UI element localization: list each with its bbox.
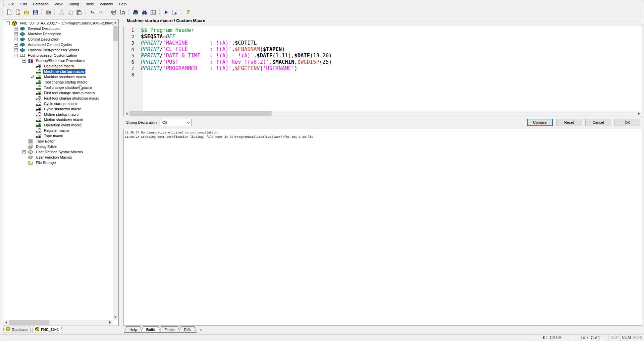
tree-item[interactable]: Tape macro (3, 133, 113, 138)
compile-button[interactable]: Compile (527, 119, 553, 126)
status-kit: Kit: CATIA (532, 335, 572, 341)
editor-horizontal-scrollbar[interactable] (124, 111, 642, 116)
print-icon[interactable] (109, 8, 118, 16)
editor-hscroll-thumb[interactable] (129, 111, 272, 116)
expand-toggle[interactable] (14, 43, 18, 47)
code-token: , (254, 53, 257, 59)
scroll-left-icon[interactable] (3, 320, 9, 325)
tree-item[interactable]: Automated Canned Cycles (3, 42, 113, 47)
tree-hscroll-thumb[interactable] (9, 320, 49, 325)
tree-item[interactable]: User Function Macros (3, 155, 113, 160)
redo-icon[interactable] (96, 8, 105, 16)
save-document-icon[interactable] (31, 8, 40, 16)
tree-item[interactable]: Post-processor Customization (3, 53, 113, 58)
scroll-right-icon[interactable] (636, 111, 642, 116)
scroll-up-icon[interactable] (113, 20, 118, 25)
tree-item[interactable]: Startup/Shutdown Procedures (3, 58, 113, 63)
tree-horizontal-scrollbar[interactable] (3, 320, 113, 325)
code-editor[interactable]: 1$$ Program Header2$SEQSTA=OFF3PPRINT/'M… (123, 26, 642, 116)
tree-item[interactable]: Motion shutdown macro (3, 117, 113, 122)
tab-finder[interactable]: Finder (159, 326, 180, 333)
tree-item[interactable]: Motion startup macro (3, 112, 113, 117)
tree-item[interactable]: Machine startup macro (3, 69, 113, 74)
code-line[interactable]: 5PPRINT/'DATE & TIME : !(A) - !(A)',$DAT… (124, 53, 642, 59)
tree-item[interactable]: Register macro (3, 128, 113, 133)
code-token: $SEQSTA (141, 34, 163, 40)
tree-item[interactable]: File Storage (3, 160, 113, 165)
reset-button[interactable]: Reset (556, 119, 582, 126)
panel-tab-database[interactable]: Database (3, 326, 31, 333)
panel-tab-fnc_30~1[interactable]: FNC_30~1 (32, 326, 63, 333)
tree-vertical-scrollbar[interactable] (113, 20, 118, 320)
machine-wizard-icon[interactable] (44, 8, 53, 16)
code-line[interactable]: 2$SEQSTA=OFF (124, 34, 642, 40)
code-line[interactable]: 4PPRINT/'CL FILE : !(A)',$FBASNAM($TAPEN… (124, 46, 642, 53)
code-line[interactable]: 7PPRINT/'PROGRAMMER : !(A)',$FGETENV('US… (124, 65, 642, 72)
tree-item[interactable]: Operation event macro (3, 122, 113, 128)
collapse-toggle[interactable] (14, 54, 18, 57)
expand-toggle[interactable] (22, 150, 26, 154)
menu-view[interactable]: View (52, 1, 66, 7)
expand-toggle[interactable] (14, 48, 18, 52)
tree-item[interactable]: User Defined Syntax Macros (3, 149, 113, 155)
menu-edit[interactable]: Edit (17, 1, 30, 7)
scroll-tabs-left-icon[interactable] (200, 328, 202, 332)
code-line[interactable]: 6PPRINT/'POST : !(A) Rev !(s6.2)',$MACHI… (124, 59, 642, 65)
tree-item[interactable]: Tool change startup macro (3, 79, 113, 85)
tree-item[interactable]: First tool change startup macro (3, 90, 113, 96)
tree-item[interactable]: Declaration macro (3, 63, 113, 69)
tree-item[interactable]: Tool change shutdown macro (3, 85, 113, 90)
toolbar-separator (158, 9, 161, 16)
undo-icon[interactable] (88, 8, 96, 16)
copy-icon[interactable] (66, 8, 74, 16)
tree-item[interactable]: FNC_30I_3_AX.230;1* - [C:\ProgramData\IC… (3, 20, 113, 26)
tree-item[interactable]: General Description (3, 26, 113, 31)
menu-help[interactable]: Help (116, 1, 129, 7)
tree-vscroll-thumb[interactable] (113, 26, 118, 41)
expand-toggle[interactable] (14, 32, 18, 36)
cancel-button[interactable]: Cancel (585, 119, 611, 126)
open-document-icon[interactable] (22, 8, 31, 16)
tree-item[interactable]: Optional Post-processor Words (3, 47, 113, 53)
run-icon[interactable] (162, 8, 170, 16)
expand-toggle[interactable] (14, 27, 18, 31)
menu-dialog[interactable]: Dialog (65, 1, 82, 7)
tree-item[interactable]: Cycle startup macro (3, 101, 113, 106)
tab-build[interactable]: Build (141, 326, 161, 333)
cut-icon[interactable] (57, 8, 66, 16)
new-from-template-icon[interactable] (13, 8, 22, 16)
expand-toggle[interactable] (14, 38, 18, 41)
tree-item[interactable]: First tool change shutdown macro (3, 96, 113, 101)
find-icon[interactable] (140, 8, 149, 16)
scroll-left-icon[interactable] (124, 111, 129, 116)
help-icon[interactable]: ? (183, 8, 192, 16)
panel-splitter[interactable] (119, 17, 123, 334)
menu-database[interactable]: Database (30, 1, 52, 7)
new-document-icon[interactable] (5, 8, 13, 16)
tree-item[interactable]: Machine shutdown macro (3, 74, 113, 79)
menu-window[interactable]: Window (97, 1, 116, 7)
scroll-right-icon[interactable] (107, 320, 113, 325)
menu-tools[interactable]: Tools (82, 1, 97, 7)
strong-declaration-select[interactable]: Off (160, 119, 192, 126)
paste-icon[interactable] (74, 8, 83, 16)
tree-item[interactable]: Dialog Editor (3, 144, 113, 149)
tree-item[interactable]: Tape Editor (3, 138, 113, 144)
tree-item[interactable]: Control Description (3, 37, 113, 42)
tree-item[interactable]: Cycle shutdown macro (3, 106, 113, 112)
code-line[interactable]: 3PPRINT/'MACHINE : !(A)',$CDTITL (124, 40, 642, 46)
reference-books-icon[interactable] (131, 8, 140, 16)
collapse-toggle[interactable] (22, 59, 26, 63)
scroll-down-icon[interactable] (113, 315, 118, 320)
code-line[interactable]: 1$$ Program Header (124, 27, 642, 34)
run-document-icon[interactable] (170, 8, 179, 16)
menu-file[interactable]: File (5, 1, 17, 7)
spreadsheet-icon[interactable] (149, 8, 157, 16)
collapse-toggle[interactable] (6, 21, 10, 25)
tab-help[interactable]: Help (124, 326, 143, 333)
tree-item[interactable]: Machine Description (3, 31, 113, 37)
ok-button[interactable]: OK (614, 119, 640, 126)
tab-diffs[interactable]: Diffs (178, 326, 197, 333)
print-preview-icon[interactable] (118, 8, 127, 16)
code-line[interactable]: 8 (124, 72, 642, 78)
